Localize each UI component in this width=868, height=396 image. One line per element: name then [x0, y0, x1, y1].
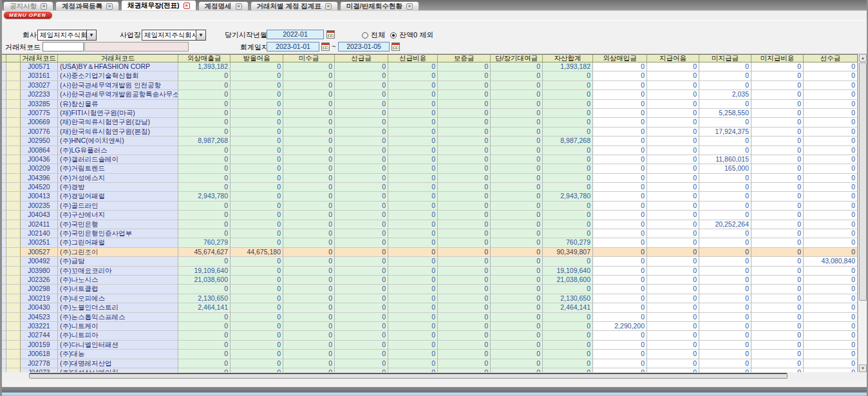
cell-value[interactable]: 0: [491, 294, 543, 303]
cell-value[interactable]: 0: [283, 350, 335, 359]
cell-value[interactable]: 0: [543, 331, 593, 340]
cell-client-code[interactable]: J03980: [21, 267, 58, 276]
cell-client-code[interactable]: J03221: [21, 322, 58, 331]
cell-value[interactable]: 0: [283, 127, 335, 137]
cell-value[interactable]: 0: [804, 146, 858, 155]
table-row[interactable]: J00775(재)FITI시험연구원(마곡)00000000005,258,55…: [2, 109, 858, 118]
cell-value[interactable]: 0: [178, 155, 231, 164]
cell-value[interactable]: 0: [283, 322, 335, 331]
cell-value[interactable]: 0: [751, 164, 804, 173]
cell-value[interactable]: 0: [804, 164, 858, 173]
cell-value[interactable]: 0: [751, 313, 804, 322]
cell-client-name[interactable]: (주)다니엘인터패션: [58, 341, 178, 350]
cell-value[interactable]: 0: [335, 248, 388, 257]
cell-value[interactable]: 0: [335, 183, 388, 192]
radio-all[interactable]: 전체: [362, 30, 385, 40]
cell-value[interactable]: 0: [699, 137, 751, 146]
table-row[interactable]: J04523(주)논스톱익스프레스0000000000000: [2, 313, 858, 322]
cell-value[interactable]: 0: [335, 359, 388, 368]
row-indicator-cell[interactable]: [2, 313, 6, 322]
cell-value[interactable]: 0: [231, 285, 283, 294]
row-selector-cell[interactable]: [6, 137, 21, 146]
cell-value[interactable]: 0: [388, 127, 438, 137]
cell-value[interactable]: 0: [543, 164, 593, 173]
cell-value[interactable]: 8,987,268: [543, 137, 593, 146]
tab-close-icon[interactable]: ×: [106, 3, 113, 10]
cell-value[interactable]: 0: [438, 202, 491, 211]
cell-value[interactable]: 0: [543, 220, 593, 229]
cell-client-code[interactable]: J00298: [21, 285, 58, 294]
cell-value[interactable]: 0: [543, 155, 593, 164]
cell-value[interactable]: 0: [231, 211, 283, 220]
cell-value[interactable]: 0: [593, 248, 647, 257]
cell-value[interactable]: 43,080,840: [804, 257, 858, 266]
cell-value[interactable]: 0: [751, 220, 804, 229]
cell-value[interactable]: 0: [388, 183, 438, 192]
cell-value[interactable]: 0: [491, 331, 543, 340]
cell-client-code[interactable]: J00209: [21, 164, 58, 173]
row-selector-cell[interactable]: [6, 155, 21, 164]
cell-client-code[interactable]: J00159: [21, 341, 58, 350]
row-indicator-cell[interactable]: [2, 303, 6, 312]
cell-value[interactable]: 0: [647, 81, 699, 90]
cell-value[interactable]: 0: [751, 109, 804, 118]
table-row[interactable]: J02778(주)대명레저산업0000000000000: [2, 359, 858, 368]
row-indicator-cell[interactable]: [2, 90, 6, 99]
table-row[interactable]: J03285(유)창신물류0000000000000: [2, 100, 858, 109]
cell-value[interactable]: 0: [593, 331, 647, 340]
cell-value[interactable]: 0: [491, 155, 543, 164]
table-row[interactable]: J03980(주)꼬매요코리아19,109,64000000019,109,64…: [2, 267, 858, 276]
cell-client-code[interactable]: J00669: [21, 118, 58, 127]
cell-client-name[interactable]: (사)중소기업기술혁신협회: [58, 71, 178, 80]
cell-client-name[interactable]: (USA)BY＆HFASHION CORP: [58, 62, 178, 71]
row-indicator-cell[interactable]: [2, 127, 6, 137]
cell-value[interactable]: 0: [438, 248, 491, 257]
row-indicator-cell[interactable]: [2, 257, 6, 266]
tab-close-icon[interactable]: ×: [41, 3, 47, 10]
cell-value[interactable]: 0: [699, 71, 751, 80]
cell-value[interactable]: 0: [593, 313, 647, 322]
cell-value[interactable]: 0: [804, 81, 858, 90]
cell-value[interactable]: 0: [751, 238, 804, 247]
cell-value[interactable]: 0: [178, 220, 231, 229]
cell-value[interactable]: 2,464,141: [543, 303, 593, 312]
column-header[interactable]: 지급어음: [647, 55, 699, 62]
table-row[interactable]: J00571(USA)BY＆HFASHION CORP1,393,1820000…: [2, 62, 858, 71]
cell-value[interactable]: 0: [543, 127, 593, 137]
cell-value[interactable]: 0: [751, 183, 804, 192]
cell-value[interactable]: 0: [438, 359, 491, 368]
row-selector-cell[interactable]: [6, 109, 21, 118]
cell-value[interactable]: 0: [283, 229, 335, 238]
cell-client-name[interactable]: (주)국민은행인증사업부: [58, 229, 178, 238]
calendar-icon[interactable]: [321, 42, 330, 51]
cell-value[interactable]: 0: [335, 322, 388, 331]
cell-value[interactable]: 0: [388, 81, 438, 90]
cell-value[interactable]: 0: [699, 267, 751, 276]
cell-value[interactable]: 20,252,264: [699, 220, 751, 229]
cell-value[interactable]: 0: [647, 137, 699, 146]
cell-value[interactable]: 0: [543, 211, 593, 220]
cell-value[interactable]: 0: [438, 322, 491, 331]
cell-value[interactable]: 0: [751, 155, 804, 164]
column-header[interactable]: 거래처코드: [21, 55, 58, 62]
table-row[interactable]: J00413(주)경일어패럴2,943,7800000002,943,78000…: [2, 192, 858, 201]
cell-value[interactable]: 19,109,640: [543, 267, 593, 276]
cell-value[interactable]: 0: [388, 146, 438, 155]
cell-value[interactable]: 0: [388, 137, 438, 146]
cell-value[interactable]: 0: [283, 331, 335, 340]
client-name-input[interactable]: [84, 42, 189, 52]
calendar-icon[interactable]: [392, 42, 400, 51]
cell-value[interactable]: 0: [438, 267, 491, 276]
cell-value[interactable]: 0: [335, 62, 388, 71]
cell-value[interactable]: 0: [593, 127, 647, 137]
cell-value[interactable]: 0: [388, 257, 438, 266]
cell-value[interactable]: 0: [804, 109, 858, 118]
row-selector-cell[interactable]: [6, 248, 21, 257]
cell-value[interactable]: 0: [751, 331, 804, 340]
cell-value[interactable]: 0: [804, 202, 858, 211]
cell-value[interactable]: 90,349,807: [543, 248, 593, 257]
cell-value[interactable]: 21,038,600: [543, 276, 593, 285]
cell-client-name[interactable]: (주)구산에너지: [58, 211, 178, 220]
cell-value[interactable]: 0: [647, 164, 699, 173]
table-row[interactable]: J00864(주)LG유플러스0000000000000: [2, 146, 858, 155]
